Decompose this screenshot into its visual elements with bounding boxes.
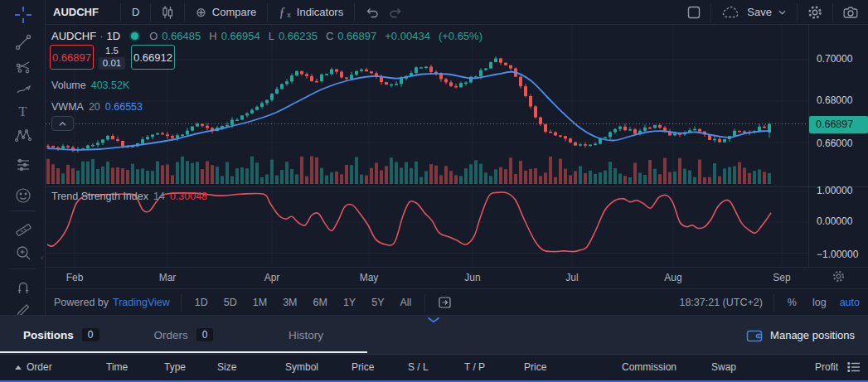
sidebar-separator [10, 210, 36, 211]
month-label: Mar [159, 272, 177, 283]
legend-symbol[interactable]: AUDCHF [51, 30, 96, 42]
fullscreen-button[interactable] [677, 0, 710, 24]
settings-button[interactable] [798, 0, 832, 24]
price-axis[interactable]: 0.700000.680000.660001.000000.00000−1.00… [808, 25, 868, 267]
calendar-arrow-icon [438, 295, 452, 309]
col-size[interactable]: Size [217, 355, 236, 380]
emoji-tool[interactable] [9, 184, 36, 207]
xabcd-pattern-tool[interactable] [9, 124, 36, 147]
high-value: 0.66954 [221, 30, 260, 42]
col-profit[interactable]: Profit [815, 355, 838, 380]
undo-button[interactable] [355, 0, 385, 24]
percent-scale-button[interactable]: % [785, 295, 799, 310]
symbol-button[interactable]: AUDCHF [46, 0, 120, 24]
gann-fibonacci-tool[interactable] [9, 55, 36, 78]
manage-positions-label: Manage positions [770, 329, 855, 341]
trend-line-tool[interactable] [9, 31, 36, 54]
interval-button[interactable]: D [121, 0, 150, 24]
tab-orders[interactable]: Orders 0 [123, 316, 245, 354]
forecast-tool[interactable] [9, 153, 36, 176]
vwma-value: 0.66553 [105, 101, 143, 113]
trading-platform: AUDCHF D ⊕ Compare ƒx Indicators [0, 0, 868, 382]
market-status-dot[interactable] [131, 32, 138, 40]
chart-legend: AUDCHF · 1D O0.66485 H0.66954 L0.66235 C… [51, 30, 487, 42]
top-toolbar: AUDCHF D ⊕ Compare ƒx Indicators [46, 0, 868, 25]
tab-positions[interactable]: Positions 0 [0, 316, 123, 354]
panel-collapse-chevron-icon[interactable] [427, 317, 440, 323]
undo-icon [365, 6, 380, 19]
fullscreen-icon [686, 5, 701, 20]
column-settings-icon[interactable] [847, 361, 861, 373]
zoom-in-tool[interactable] [9, 241, 36, 264]
screenshot-button[interactable] [833, 0, 868, 24]
range-5y-button[interactable]: 5Y [369, 295, 386, 310]
time-axis[interactable]: FebMarAprMayJunJulAugSep [46, 267, 868, 288]
tradingview-link[interactable]: TradingView [113, 297, 170, 308]
month-label: Feb [66, 272, 84, 283]
redo-button[interactable] [385, 0, 411, 24]
month-label: Jun [464, 272, 480, 283]
manage-positions-button[interactable]: Manage positions [741, 323, 860, 346]
range-1y-button[interactable]: 1Y [341, 295, 358, 310]
pane-divider[interactable] [46, 186, 868, 187]
col-sl[interactable]: S / L [408, 355, 429, 380]
magnet-tool[interactable] [9, 276, 36, 299]
auto-scale-button[interactable]: auto [840, 297, 860, 308]
save-button[interactable]: Save [711, 0, 797, 24]
save-label: Save [747, 6, 772, 18]
brush-icon [14, 80, 32, 99]
wallet-icon [746, 328, 763, 342]
col-time[interactable]: Time [106, 355, 128, 380]
col-price2[interactable]: Price [524, 355, 546, 380]
drawing-toolbar: T [0, 0, 46, 315]
xabcd-pattern-icon [14, 127, 32, 145]
month-label: Jul [565, 272, 578, 283]
forecast-icon [14, 156, 32, 174]
legend-collapse-button[interactable] [51, 116, 74, 131]
col-commission[interactable]: Commission [622, 355, 676, 380]
zoom-in-icon [14, 244, 32, 262]
trend-line-icon [14, 33, 32, 51]
go-to-date-button[interactable] [436, 295, 453, 309]
axis-tick-label: 1.00000 [817, 185, 852, 196]
range-1d-button[interactable]: 1D [192, 295, 211, 310]
sell-button[interactable]: 0.66897 [50, 45, 94, 70]
tsi-value: 0.30048 [170, 191, 207, 202]
clock-button[interactable]: 18:37:21 (UTC+2) [679, 297, 762, 308]
magnet-icon [14, 278, 32, 297]
spread-pips: 1.5 [95, 45, 129, 56]
col-symbol[interactable]: Symbol [285, 355, 318, 380]
orders-count-badge: 0 [196, 328, 214, 341]
cloud-icon [722, 5, 740, 19]
range-1m-button[interactable]: 1M [250, 295, 269, 310]
col-type[interactable]: Type [164, 355, 186, 380]
smiley-icon [14, 186, 32, 205]
col-order[interactable]: Order [27, 355, 52, 380]
compare-button[interactable]: ⊕ Compare [185, 0, 267, 24]
close-value: 0.66897 [337, 30, 376, 42]
col-swap[interactable]: Swap [711, 355, 736, 380]
brush-tool[interactable] [9, 78, 36, 101]
axis-tick-label: 0.70000 [817, 53, 852, 65]
fx-icon: ƒ [279, 5, 285, 20]
positions-panel: Positions 0 Orders 0 History Manage [0, 315, 868, 382]
month-label: Apr [264, 272, 280, 283]
col-price[interactable]: Price [352, 355, 374, 380]
crosshair-tool[interactable] [9, 3, 36, 27]
crosshair-icon [13, 5, 33, 25]
range-all-button[interactable]: All [398, 295, 415, 310]
col-tp[interactable]: T / P [464, 355, 485, 380]
range-6m-button[interactable]: 6M [311, 295, 330, 310]
axis-tick-label: −1.00000 [817, 249, 858, 260]
chevron-down-icon [778, 10, 786, 15]
chart-style-button[interactable] [151, 0, 184, 24]
chart-bottom-toolbar: Powered by TradingView 1D 5D 1M 3M 6M 1Y… [46, 288, 868, 315]
buy-button[interactable]: 0.66912 [131, 45, 175, 70]
range-3m-button[interactable]: 3M [280, 295, 299, 310]
log-scale-button[interactable]: log [810, 295, 829, 310]
text-tool[interactable]: T [9, 100, 36, 123]
measure-tool[interactable] [9, 218, 36, 241]
indicators-button[interactable]: ƒx Indicators [268, 0, 354, 24]
tab-history[interactable]: History [245, 316, 367, 354]
range-5d-button[interactable]: 5D [221, 295, 240, 310]
